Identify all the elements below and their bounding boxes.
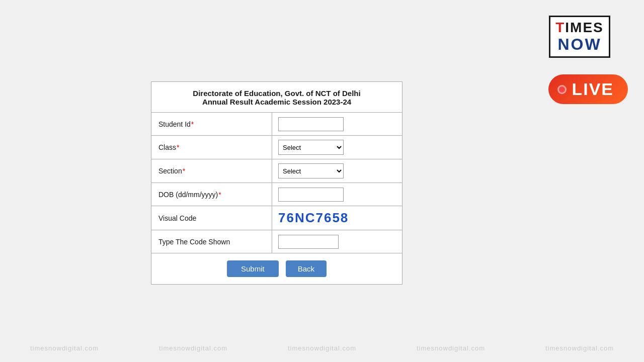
watermark-1: timesnowdigital.com [30,344,99,352]
type-code-field [272,230,402,253]
form-header: Directorate of Education, Govt. of NCT o… [151,82,402,113]
visual-code-display: 76NC7658 [272,206,402,230]
dob-row: DOB (dd/mm/yyyy)* [151,183,402,206]
type-code-row: Type The Code Shown [151,230,402,253]
form-title-line1: Directorate of Education, Govt. of NCT o… [162,89,392,98]
watermark-5: timesnowdigital.com [545,344,614,352]
class-field: Select [272,136,402,159]
submit-button[interactable]: Submit [227,260,279,277]
section-label: Section* [151,159,272,183]
live-dot [557,85,567,94]
times-now-logo: TIMES NOW [539,14,620,59]
live-label: LIVE [572,79,614,99]
visual-code-value: 76NC7658 [278,210,349,226]
dob-label: DOB (dd/mm/yyyy)* [151,183,272,206]
watermark-3: timesnowdigital.com [288,344,356,352]
visual-code-label: Visual Code [151,206,272,230]
now-text: NOW [555,36,604,53]
dob-field [272,183,402,206]
type-code-input[interactable] [278,235,339,249]
result-form: Directorate of Education, Govt. of NCT o… [151,81,403,285]
section-select[interactable]: Select [278,163,344,178]
class-select[interactable]: Select [278,140,344,155]
student-id-label: Student Id* [151,113,272,135]
dob-input[interactable] [278,188,344,202]
back-button[interactable]: Back [286,260,327,277]
class-row: Class* Select [151,136,402,159]
section-field: Select [272,159,402,183]
watermark: timesnowdigital.com timesnowdigital.com … [0,344,644,352]
student-id-row: Student Id* [151,113,402,136]
form-title-line2: Annual Result Academic Session 2023-24 [162,98,392,106]
watermark-2: timesnowdigital.com [159,344,227,352]
student-id-field [272,113,402,135]
section-row: Section* Select [151,159,402,183]
student-id-input[interactable] [278,117,344,131]
form-buttons: Submit Back [151,253,402,284]
type-code-label: Type The Code Shown [151,230,272,253]
watermark-4: timesnowdigital.com [417,344,485,352]
class-label: Class* [151,136,272,159]
visual-code-row: Visual Code 76NC7658 [151,206,402,230]
live-badge: LIVE [548,74,628,104]
